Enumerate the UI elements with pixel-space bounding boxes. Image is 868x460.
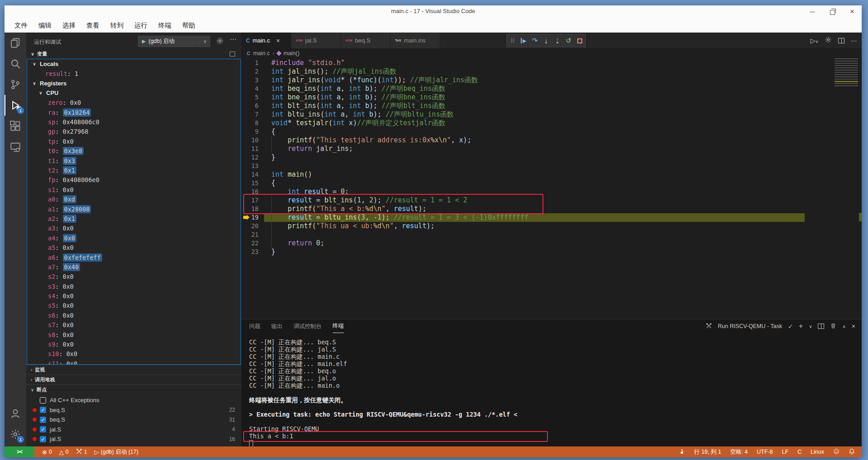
variable-row[interactable]: s8: 0x0 [27, 330, 241, 339]
debug-start-icon[interactable]: ▶ [142, 38, 146, 44]
code-line[interactable]: 2int jal_ins(); //声明jal_ins函数 [241, 67, 862, 76]
status-tasks[interactable]: 1 [74, 448, 90, 456]
status-indent[interactable]: 空格: 4 [728, 448, 750, 456]
variable-row[interactable]: sp: 0x408006c0 [27, 117, 241, 127]
menu-item-查看[interactable]: 查看 [81, 20, 105, 31]
variable-row[interactable]: s11: 0x0 [27, 359, 241, 365]
code-line[interactable]: 1#include "stdio.h" [241, 59, 862, 67]
code-line[interactable]: 12} [241, 153, 862, 162]
variable-row[interactable]: a3: 0x0 [27, 224, 241, 233]
code-line[interactable]: 8void* testjalr(int x)//声明并定义testjalr函数 [241, 119, 862, 127]
debug-config-select[interactable]: ▶ (gdb) 启动 ∨ [138, 36, 210, 47]
gear-icon[interactable] [825, 36, 832, 45]
variable-row[interactable]: result: 1 [27, 69, 241, 78]
tab-main.c[interactable]: Cmain.c× [241, 33, 291, 48]
tab-main.ins[interactable]: TeXmain.ins [391, 33, 440, 48]
trash-icon[interactable] [830, 323, 836, 330]
tab-jal.S[interactable]: ASMjal.S [291, 33, 341, 48]
status-notifications[interactable] [846, 448, 857, 456]
breakpoint-row[interactable]: ✓beq.S22 [26, 405, 241, 415]
remote-explorer-icon[interactable] [5, 136, 26, 157]
split-editor-icon[interactable] [838, 38, 844, 43]
variable-row[interactable]: gp: 0x27968 [27, 127, 241, 136]
panel-tab-终端[interactable]: 终端 [333, 319, 344, 333]
breakpoint-row[interactable]: ✓jal.S4 [26, 425, 241, 435]
split-terminal-icon[interactable] [818, 324, 824, 329]
menu-item-终端[interactable]: 终端 [153, 20, 177, 31]
code-line[interactable]: 9{ [241, 127, 862, 136]
variable-row[interactable]: zero: 0x0 [27, 98, 241, 108]
menu-item-文件[interactable]: 文件 [9, 20, 33, 31]
exceptions-checkbox[interactable] [40, 397, 46, 404]
menu-item-选择[interactable]: 选择 [57, 20, 81, 31]
status-os[interactable]: Linux [808, 449, 826, 455]
variable-row[interactable]: s2: 0x0 [27, 272, 241, 282]
restore-icon[interactable] [829, 9, 835, 15]
new-terminal-icon[interactable]: + [799, 322, 803, 330]
debug-settings-gear-icon[interactable] [216, 37, 224, 47]
code-line[interactable]: 4int beq_ins(int a, int b); //声明beq_ins函… [241, 84, 862, 93]
close-panel-icon[interactable]: × [852, 323, 855, 330]
continue-icon[interactable]: ▶ [519, 36, 528, 46]
source-control-icon[interactable] [5, 74, 26, 95]
menu-item-帮助[interactable]: 帮助 [177, 20, 201, 31]
step-out-icon[interactable]: ↑ [552, 36, 562, 46]
status-language[interactable]: C [795, 449, 804, 455]
chevron-down-icon[interactable]: ∨ [200, 39, 210, 44]
panel-layout-icon[interactable] [230, 52, 235, 56]
code-line[interactable]: 6int blt_ins(int a, int b); //声明blt_ins函… [241, 102, 862, 110]
variable-row[interactable]: t0: 0x3e8 [27, 146, 241, 156]
minimize-icon[interactable] [809, 9, 816, 15]
breakpoint-checkbox[interactable]: ✓ [40, 407, 46, 413]
terminal-output[interactable]: CC -[M] 正在构建... beq.SCC -[M] 正在构建... jal… [249, 338, 853, 440]
maximize-panel-icon[interactable]: ∧ [842, 324, 845, 329]
variable-row[interactable]: t1: 0x3 [27, 156, 241, 165]
more-actions-icon[interactable]: ⋯ [230, 35, 237, 43]
status-debug-session[interactable]: ▷(gdb) 启动 (17) [92, 448, 141, 456]
status-problems[interactable]: ⊗0 [40, 449, 54, 455]
terminal-task-label[interactable]: Run RISCV-QEMU - Task [718, 323, 782, 329]
code-line[interactable]: 22 return 0; [241, 239, 862, 248]
panel-tab-问题[interactable]: 问题 [249, 319, 260, 333]
close-icon[interactable]: × [276, 37, 280, 44]
breadcrumb[interactable]: C main.c › main() [241, 48, 862, 58]
code-area[interactable]: 1#include "stdio.h"2int jal_ins(); //声明j… [241, 59, 862, 256]
variables-section-row[interactable]: ∨Locals [27, 59, 241, 69]
code-line[interactable]: 5int bne_ins(int a, int b); //声明bne_ins函… [241, 93, 862, 102]
status-feedback[interactable] [831, 448, 842, 456]
breadcrumb-symbol[interactable]: main() [283, 50, 299, 56]
menu-item-转到[interactable]: 转到 [105, 20, 129, 31]
code-line[interactable]: 10 printf("This testjalr address is:0x%x… [241, 136, 862, 145]
status-warnings[interactable]: △0 [57, 449, 71, 455]
menu-item-编辑[interactable]: 编辑 [33, 20, 57, 31]
code-line[interactable]: 15{ [241, 179, 862, 188]
breakpoint-checkbox[interactable]: ✓ [40, 426, 46, 432]
variable-row[interactable]: a2: 0x1 [27, 214, 241, 223]
code-line[interactable]: 23} [241, 248, 862, 256]
variable-row[interactable]: a7: 0x40 [27, 262, 241, 272]
status-flame[interactable] [676, 448, 687, 456]
variable-row[interactable]: s1: 0x0 [27, 185, 241, 194]
variable-row[interactable]: s10: 0x0 [27, 349, 241, 359]
variable-row[interactable]: s7: 0x0 [27, 320, 241, 330]
panel-tab-调试控制台[interactable]: 调试控制台 [293, 319, 322, 333]
code-line[interactable]: 20 printf("This ua < ub:%d\n", result); [241, 222, 862, 230]
variable-row[interactable]: s3: 0x0 [27, 282, 241, 291]
variable-row[interactable]: a4: 0x0 [27, 233, 241, 243]
variables-section-row[interactable]: ∨Registers [27, 79, 241, 88]
chevron-down-icon[interactable]: ∨ [809, 324, 812, 329]
code-line[interactable]: 14int main() [241, 170, 862, 179]
variable-row[interactable]: s6: 0x0 [27, 310, 241, 320]
code-line[interactable]: 13 [241, 162, 862, 170]
variable-row[interactable]: a5: 0x0 [27, 243, 241, 252]
status-eol[interactable]: LF [779, 449, 791, 455]
variables-tree[interactable]: ∨Localsresult: 1∨Registers∨CPUzero: 0x0r… [27, 59, 241, 365]
restart-icon[interactable]: ↺ [564, 36, 574, 46]
more-actions-icon[interactable]: ⋯ [851, 37, 857, 44]
status-encoding[interactable]: UTF-8 [755, 449, 775, 455]
variable-row[interactable]: a6: 0xfefefeff [27, 253, 241, 262]
code-line[interactable]: 19 result = bltu_ins(3, -1); //result = … [241, 213, 862, 222]
minimap[interactable] [835, 58, 858, 87]
call-stack-section-header[interactable]: ›调用堆栈 [26, 375, 241, 385]
variable-row[interactable]: ra: 0x10264 [27, 108, 241, 117]
